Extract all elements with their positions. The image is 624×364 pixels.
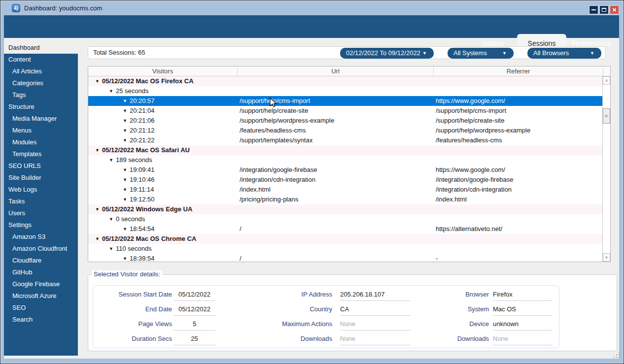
- app-window: 4) Dashboard: youdocms.com ✕ VisitorsSes…: [0, 0, 624, 364]
- collapse-triangle-icon[interactable]: ▼: [123, 138, 127, 143]
- visitor-label: 05/12/2022 Mac OS Chrome CA: [102, 235, 196, 242]
- date-range-dropdown[interactable]: 02/12/2022 To 09/12/2022▼: [340, 48, 434, 59]
- session-group-row[interactable]: ▼05/12/2022 Mac OS Safari AU: [88, 145, 602, 155]
- referrer-cell: https://www.google.com/: [436, 165, 601, 175]
- session-duration-row[interactable]: ▼189 seconds: [88, 155, 602, 165]
- sidebar-item-web-logs[interactable]: Web Logs: [4, 184, 78, 196]
- column-header-visitors[interactable]: Visitors: [88, 66, 238, 76]
- collapse-triangle-icon[interactable]: ▼: [123, 177, 127, 182]
- scroll-down-icon[interactable]: ∨: [603, 253, 610, 262]
- sidebar-item-github[interactable]: GitHub: [4, 266, 78, 278]
- column-header-referrer[interactable]: Referrer: [434, 66, 603, 76]
- sidebar-item-categories[interactable]: Categories: [4, 77, 78, 89]
- url-cell: /support/help/wordpress-example: [240, 116, 432, 126]
- sidebar-item-site-builder[interactable]: Site Builder: [4, 172, 78, 184]
- session-row[interactable]: ▼20:21:22/support/templates/syntax/featu…: [88, 135, 602, 145]
- scrollbar-thumb[interactable]: ≡: [603, 108, 610, 124]
- resize-grip[interactable]: [613, 351, 620, 358]
- collapse-triangle-icon[interactable]: ▼: [123, 128, 127, 133]
- close-button[interactable]: ✕: [610, 5, 619, 14]
- sidebar-item-search[interactable]: Search: [4, 314, 78, 326]
- session-duration-row[interactable]: ▼110 seconds: [88, 244, 602, 254]
- collapse-triangle-icon[interactable]: ▼: [109, 217, 113, 222]
- sidebar-item-modules[interactable]: Modules: [4, 136, 78, 148]
- collapse-triangle-icon[interactable]: ▼: [123, 187, 127, 192]
- collapse-triangle-icon[interactable]: ▼: [123, 167, 127, 172]
- total-sessions-label: Total Sessions: 65: [93, 47, 145, 59]
- referrer-cell: /integration/cdn-integration: [436, 185, 601, 195]
- session-row[interactable]: ▼18:54:54/https://alternativeto.net/: [88, 224, 602, 234]
- session-row[interactable]: ▼19:11:14/index.html/integration/cdn-int…: [88, 185, 602, 195]
- session-duration-row[interactable]: ▼0 seconds: [88, 214, 602, 224]
- sidebar-item-seo-urls[interactable]: SEO URLS: [4, 160, 78, 172]
- sidebar-item-templates[interactable]: Templates: [4, 148, 78, 160]
- session-row[interactable]: ▼19:12:50/pricing/pricing-plans/index.ht…: [88, 195, 602, 204]
- visitor-cell: ▼25 seconds: [109, 86, 602, 96]
- session-group-row[interactable]: ▼05/12/2022 Mac OS Firefox CA: [88, 76, 602, 86]
- sidebar-item-dashboard[interactable]: Dashboard: [4, 42, 78, 54]
- visitor-cell: ▼110 seconds: [109, 244, 602, 254]
- sidebar-item-settings[interactable]: Settings: [4, 219, 78, 231]
- referrer-cell: /support/help/wordpress-example: [436, 126, 601, 135]
- collapse-triangle-icon[interactable]: ▼: [123, 227, 127, 232]
- systems-dropdown[interactable]: All Systems▼: [448, 48, 514, 59]
- session-row[interactable]: ▼19:09:41/integration/google-firebasehtt…: [88, 165, 602, 175]
- session-group-row[interactable]: ▼05/12/2022 Mac OS Chrome CA: [88, 234, 602, 244]
- sidebar-item-tags[interactable]: Tags: [4, 89, 78, 101]
- visitor-label: 110 seconds: [116, 245, 152, 252]
- url-cell: /support/templates/syntax: [240, 135, 432, 145]
- sidebar-item-users[interactable]: Users: [4, 207, 78, 219]
- visitor-label: 20:21:12: [130, 127, 155, 134]
- collapse-triangle-icon[interactable]: ▼: [123, 256, 127, 261]
- visitor-cell: ▼05/12/2022 Mac OS Safari AU: [95, 145, 602, 155]
- visitor-cell: ▼189 seconds: [109, 155, 602, 165]
- sidebar-item-all-articles[interactable]: All Articles: [4, 66, 78, 77]
- sidebar-item-seo[interactable]: SEO: [4, 302, 78, 314]
- sidebar-item-tasks[interactable]: Tasks: [4, 196, 78, 207]
- details-panel: Selected Visitor details: Session Start …: [88, 274, 617, 351]
- visitor-label: 18:54:54: [130, 225, 155, 232]
- visitor-label: 20:20:57: [130, 97, 155, 104]
- collapse-triangle-icon[interactable]: ▼: [123, 99, 127, 103]
- session-row[interactable]: ▼18:39:54/-: [88, 254, 602, 262]
- collapse-triangle-icon[interactable]: ▼: [109, 89, 113, 94]
- field-value-browser: Firefox: [493, 290, 553, 301]
- sidebar-item-amazon-cloudfront[interactable]: Amazon Cloudfront: [4, 243, 78, 255]
- collapse-triangle-icon[interactable]: ▼: [123, 108, 127, 113]
- collapse-triangle-icon[interactable]: ▼: [95, 207, 100, 212]
- session-row[interactable]: ▼20:20:57/support/help/cms-importhttps:/…: [88, 96, 602, 106]
- column-header-url[interactable]: Url: [238, 66, 434, 76]
- session-row[interactable]: ▼20:21:06/support/help/wordpress-example…: [88, 116, 602, 126]
- maximize-button[interactable]: [599, 5, 609, 14]
- session-duration-row[interactable]: ▼25 seconds: [88, 86, 602, 96]
- url-cell: /support/help/cms-import: [240, 96, 432, 106]
- sidebar-item-content[interactable]: Content: [4, 54, 78, 66]
- collapse-triangle-icon[interactable]: ▼: [123, 118, 127, 123]
- sidebar-item-structure[interactable]: Structure: [4, 101, 78, 113]
- collapse-triangle-icon[interactable]: ▼: [123, 197, 127, 202]
- minimize-button[interactable]: [589, 5, 598, 14]
- collapse-triangle-icon[interactable]: ▼: [109, 246, 113, 251]
- field-label-device: Device: [398, 319, 489, 329]
- collapse-triangle-icon[interactable]: ▼: [95, 148, 100, 153]
- field-label-downloads: Downloads: [398, 334, 489, 344]
- collapse-triangle-icon[interactable]: ▼: [95, 79, 100, 84]
- session-row[interactable]: ▼20:21:04/support/help/create-site/suppo…: [88, 106, 602, 116]
- session-row[interactable]: ▼19:10:46/integration/cdn-integration/in…: [88, 175, 602, 185]
- session-row[interactable]: ▼20:21:12/features/headless-cms/support/…: [88, 126, 602, 135]
- sidebar-item-media-manager[interactable]: Media Manager: [4, 113, 78, 125]
- sidebar-item-menus[interactable]: Menus: [4, 125, 78, 136]
- sidebar-item-amazon-s3[interactable]: Amazon S3: [4, 231, 78, 243]
- visitor-label: 19:11:14: [130, 186, 154, 193]
- scroll-up-icon[interactable]: ∧: [603, 76, 610, 85]
- sidebar-item-microsoft-azure[interactable]: Microsoft Azure: [4, 290, 78, 302]
- collapse-triangle-icon[interactable]: ▼: [109, 158, 113, 163]
- sidebar-item-google-firebase[interactable]: Google Firebase: [4, 278, 78, 290]
- collapse-triangle-icon[interactable]: ▼: [95, 236, 100, 241]
- table-scrollbar[interactable]: ∧ ≡ ∨: [602, 76, 610, 262]
- browsers-dropdown[interactable]: All Browsers▼: [527, 48, 601, 59]
- session-group-row[interactable]: ▼05/12/2022 Windows Edge UA: [88, 204, 602, 214]
- visitor-label: 19:10:46: [130, 176, 155, 183]
- sidebar-item-cloudflare[interactable]: Cloudflare: [4, 255, 78, 266]
- visitor-label: 05/12/2022 Windows Edge UA: [102, 205, 192, 213]
